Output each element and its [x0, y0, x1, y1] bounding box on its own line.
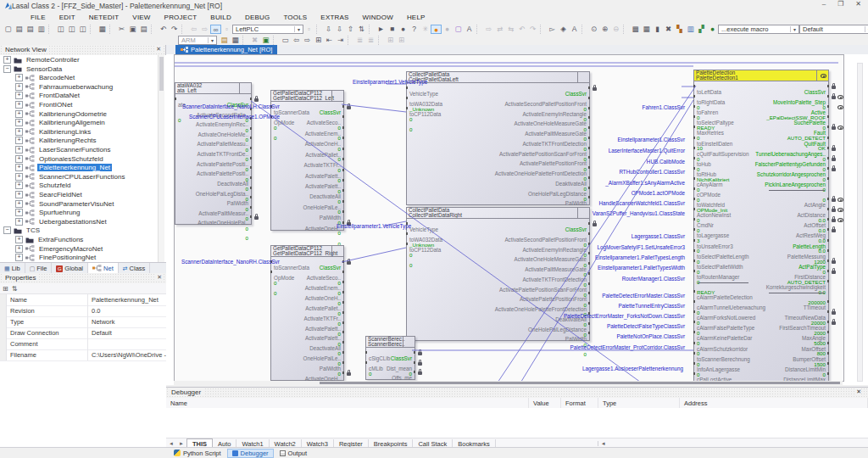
connect-plc-icon[interactable]: ∞ [210, 25, 221, 34]
profile-combo[interactable]: Default▾ [799, 25, 868, 34]
expand-toggle-icon[interactable]: + [15, 155, 23, 163]
chevron-down-icon[interactable]: ▾ [865, 26, 868, 32]
expand-toggle-icon[interactable]: + [15, 182, 23, 189]
text-icon[interactable]: A [569, 25, 580, 34]
tree-item-optionalesschutzfeld[interactable]: +OptionalesSchutzfeld [15, 154, 105, 164]
new-block-icon[interactable]: ▭ [280, 36, 291, 45]
expand-toggle-icon[interactable]: + [15, 254, 23, 261]
tree-item-laserscannerfunctions[interactable]: +LaserScannerFunctions [15, 145, 113, 154]
tree-item-frontdatanet[interactable]: +FrontDataNet [15, 91, 81, 100]
property-row-revision[interactable]: Revision0.0 [0, 305, 166, 317]
paste-icon[interactable]: ▤ [138, 25, 149, 34]
menu-tools[interactable]: TOOLS [276, 14, 314, 21]
tab-scroll-left-icon[interactable]: ◄ [166, 441, 176, 446]
record-icon[interactable]: ● [431, 25, 442, 34]
debugger-column-format[interactable]: Format [561, 398, 598, 408]
property-value[interactable]: Default [88, 327, 166, 338]
menu-build[interactable]: BUILD [203, 14, 238, 21]
expand-toggle-icon[interactable]: + [3, 56, 11, 64]
tree-item-finepositioningnet[interactable]: +FinePositioningNet [15, 253, 97, 262]
tree-item-fahrraumueberwachung[interactable]: +Fahrraumueberwachung [15, 82, 114, 92]
cpu-combo[interactable]: ARM▾ [178, 36, 217, 45]
window-grid-icon[interactable]: ◫ [77, 25, 88, 34]
block-header[interactable]: CollectPalletDataCollectPalletDataLeft [407, 72, 589, 83]
watch-eye-icon[interactable] [837, 95, 843, 99]
tab-palettenerkennung-net[interactable]: Palettenerkennung_Net [RO] [175, 45, 277, 54]
open-file-icon[interactable]: ▤ [14, 25, 25, 34]
download-icon[interactable]: ⇩ [323, 25, 334, 34]
upload-icon[interactable]: ⇧ [345, 25, 356, 34]
menu-project[interactable]: PROJECT [158, 14, 204, 21]
menu-edit[interactable]: EDIT [53, 14, 82, 21]
menu-file[interactable]: FILE [24, 14, 53, 21]
expand-toggle-icon[interactable]: − [3, 226, 11, 234]
expand-toggle-icon[interactable]: + [15, 83, 23, 91]
compile-icon[interactable]: ▤ [219, 36, 230, 45]
expand-toggle-icon[interactable]: − [3, 65, 11, 73]
save-icon[interactable]: ▥ [36, 25, 47, 34]
block-header[interactable]: GetPalletDataCP112GetPalletDataCP112_Rig… [271, 246, 343, 257]
layer-brown-icon[interactable]: ▚ [674, 25, 685, 34]
open-project-icon[interactable]: ▤ [25, 25, 36, 34]
cut-icon[interactable]: ✂ [116, 25, 127, 34]
expand-toggle-icon[interactable]: + [15, 236, 23, 243]
macro-combo[interactable]: ...execute macro▾ [718, 25, 799, 34]
debugger-column-name[interactable]: Name [166, 398, 529, 408]
debugger-column-value[interactable]: Value [529, 398, 561, 408]
property-value[interactable]: C:\Users\NgWi\OneDrive - Melkus [88, 349, 166, 360]
canvas-vertical-scrollbar[interactable] [857, 63, 863, 382]
tree-item-schutzfeld[interactable]: +Schutzfeld [15, 181, 72, 190]
stop-icon[interactable]: ■ [387, 25, 398, 34]
block-header[interactable]: ScannerBerec..ScannerBerec.. [366, 337, 415, 348]
download-changed-icon[interactable]: ⇩ [334, 25, 345, 34]
watch-eye-icon[interactable] [837, 126, 843, 130]
build-all-icon[interactable]: ▦ [230, 36, 241, 45]
menu-debug[interactable]: DEBUG [238, 14, 276, 21]
help-icon[interactable]: ? [409, 25, 420, 34]
property-row-filename[interactable]: FilenameC:\Users\NgWi\OneDrive - Melkus [0, 349, 166, 361]
tree-item-kalibrierunglinks[interactable]: +KalibrierungLinks [15, 127, 92, 137]
property-row-name[interactable]: NamePalettenerkennung_Net [0, 294, 166, 306]
block-watch-eye-icon[interactable] [821, 74, 826, 78]
online-compare-icon[interactable]: ⇅ [356, 25, 367, 34]
expand-toggle-icon[interactable]: + [15, 191, 23, 198]
minimize-button[interactable]: – [822, 0, 826, 8]
redo-icon[interactable]: ↷ [169, 25, 180, 34]
net-overview-icon[interactable]: ▩ [630, 25, 641, 34]
tree-item-tcs[interactable]: −TCS [3, 226, 42, 235]
expand-toggle-icon[interactable]: + [15, 146, 23, 154]
expand-toggle-icon[interactable]: + [15, 200, 23, 208]
tree-item-palettenerkennung_net[interactable]: +Palettenerkennung_Net [15, 163, 112, 172]
disconnect-ports-icon[interactable]: ⇥ [335, 36, 346, 45]
tab-scroll-right-icon[interactable]: ► [176, 441, 186, 446]
watch-eye-icon[interactable] [837, 105, 843, 109]
block-header[interactable]: CollectPalletDataCollectPalletDataRight [407, 208, 589, 219]
network-view-close-icon[interactable]: ✕ [154, 46, 163, 53]
pointer-icon[interactable]: ▻ [547, 25, 558, 34]
split-view-icon[interactable]: ▮ [652, 25, 663, 34]
tree-item-uebergabestationsnet[interactable]: +UebergabestationsNet [15, 217, 108, 226]
property-value[interactable]: 0.0 [88, 305, 166, 316]
expand-toggle-icon[interactable]: + [15, 209, 23, 216]
expand-toggle-icon[interactable]: + [15, 119, 23, 126]
tree-item-emergencymacronet[interactable]: +EmergencyMacroNet [15, 244, 104, 254]
run-icon[interactable]: ► [376, 25, 387, 34]
tool-window-tab-python-script[interactable]: Python Script [170, 449, 225, 458]
window-tile-icon[interactable]: ◫ [66, 25, 77, 34]
close-button[interactable]: ✕ [855, 0, 861, 8]
property-row-draw-connection[interactable]: Draw ConnectionDefault [0, 327, 166, 339]
getpalletdata-left-block[interactable]: GetPalletDataCP112GetPalletDataCP112_Lef… [270, 90, 344, 231]
expand-toggle-icon[interactable]: + [15, 101, 23, 109]
expand-toggle-icon[interactable]: + [15, 164, 23, 171]
tree-item-frontionet[interactable]: +FrontIONet [15, 100, 75, 109]
plc-combo[interactable]: LeftPLC▾ [232, 25, 303, 34]
expand-toggle-icon[interactable]: + [15, 74, 23, 81]
insert-block-icon[interactable]: ⊞ [313, 36, 324, 45]
expand-toggle-icon[interactable]: + [15, 110, 23, 118]
menu-netedit[interactable]: NETEDIT [82, 14, 126, 21]
tree-item-spurfuehrung[interactable]: +Spurfuehrung [15, 208, 81, 217]
chevron-down-icon[interactable]: ▾ [294, 26, 303, 32]
collectpalletdata-right-block[interactable]: CollectPalletDataCollectPalletDataRightC… [406, 207, 590, 341]
expand-toggle-icon[interactable]: + [15, 218, 23, 226]
port-right-icon[interactable]: ⇨ [302, 36, 313, 45]
